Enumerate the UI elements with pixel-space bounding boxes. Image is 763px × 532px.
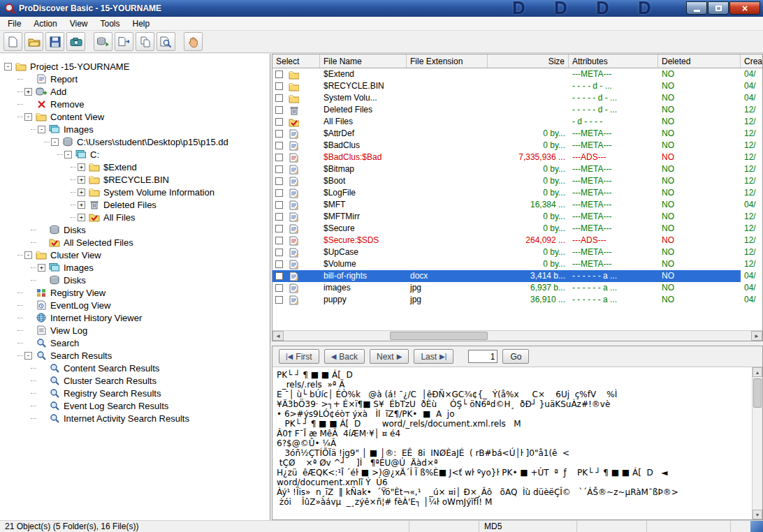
- tree-item[interactable]: EventLog View: [0, 299, 270, 311]
- table-row[interactable]: $Extend---META---NO04/: [272, 68, 762, 80]
- tree-expander[interactable]: -: [24, 251, 32, 259]
- row-checkbox[interactable]: [275, 118, 283, 126]
- tree-expander[interactable]: +: [78, 201, 85, 209]
- tree-item[interactable]: Content Search Results: [0, 362, 270, 374]
- row-checkbox[interactable]: [275, 237, 283, 244]
- column-header-select[interactable]: Select: [272, 54, 320, 68]
- go-button[interactable]: Go: [502, 349, 529, 364]
- last-button[interactable]: Last▶|: [414, 349, 453, 364]
- table-row[interactable]: $Secure0 by...---META---NO12/: [272, 223, 762, 235]
- table-row[interactable]: $BadClus0 by...---META---NO12/: [272, 140, 762, 152]
- column-header-name[interactable]: File Name: [320, 54, 407, 68]
- row-checkbox[interactable]: [275, 106, 283, 114]
- tree-item[interactable]: Remove: [0, 98, 270, 110]
- table-row[interactable]: imagesjpg6,937 b...- - - - - - a ...NO04…: [272, 282, 762, 294]
- table-row[interactable]: $LogFile0 by...---META---NO12/: [272, 187, 762, 199]
- tree-item[interactable]: +System Volume Information: [0, 186, 270, 198]
- table-row[interactable]: All Files- d - - - -NO12/: [272, 116, 762, 128]
- tree-item[interactable]: -C:: [0, 148, 270, 161]
- tree-item[interactable]: -Content View: [0, 110, 270, 123]
- tree-expander[interactable]: -: [51, 138, 59, 146]
- close-button[interactable]: ×: [729, 1, 760, 15]
- tree-expander[interactable]: -: [24, 352, 32, 360]
- page-number-input[interactable]: [468, 350, 497, 363]
- tree-item[interactable]: +Images: [0, 261, 270, 274]
- scroll-up-icon[interactable]: ▲: [753, 367, 762, 377]
- tree-item[interactable]: Internet History Viewer: [0, 311, 270, 324]
- tree-expander[interactable]: +: [78, 163, 85, 171]
- capture-image-button[interactable]: [66, 32, 85, 51]
- row-checkbox[interactable]: [275, 177, 283, 185]
- maximize-button[interactable]: [708, 1, 729, 15]
- row-checkbox[interactable]: [275, 71, 283, 78]
- tree-expander[interactable]: +: [38, 264, 45, 272]
- row-checkbox[interactable]: [275, 189, 283, 197]
- row-checkbox[interactable]: [275, 284, 283, 292]
- tree-item[interactable]: -Images: [0, 123, 270, 135]
- tree-expander[interactable]: -: [24, 113, 32, 121]
- row-checkbox[interactable]: [275, 165, 283, 173]
- scroll-right-icon[interactable]: ►: [751, 331, 762, 341]
- table-row[interactable]: $Bitmap0 by...---META---NO12/: [272, 163, 762, 175]
- search-button[interactable]: [157, 32, 175, 51]
- row-checkbox[interactable]: [275, 249, 283, 256]
- stop-button[interactable]: [184, 32, 203, 51]
- tree-item[interactable]: Cluster Search Results: [0, 374, 270, 387]
- row-checkbox[interactable]: [275, 272, 283, 280]
- tree-item[interactable]: -Cluster View: [0, 249, 270, 261]
- tree-item[interactable]: Internet Activity Search Results: [0, 412, 270, 424]
- scroll-down-icon[interactable]: ▼: [753, 510, 762, 519]
- tree-expander[interactable]: +: [24, 88, 32, 96]
- column-header-attr[interactable]: Attributes: [569, 54, 658, 68]
- row-checkbox[interactable]: [275, 213, 283, 221]
- row-checkbox[interactable]: [275, 94, 283, 102]
- row-checkbox[interactable]: [275, 130, 283, 138]
- tree-expander[interactable]: -: [4, 63, 12, 71]
- table-row[interactable]: System Volu...- - - - - d - ...NO04/: [272, 92, 762, 104]
- table-row[interactable]: bill-of-rightsdocx3,414 b...- - - - - - …: [272, 270, 762, 282]
- menu-tools[interactable]: Tools: [94, 17, 126, 30]
- table-row[interactable]: $Boot0 by...---META---NO12/: [272, 175, 762, 187]
- tree-item[interactable]: +Add: [0, 85, 270, 98]
- viewer-vertical-scrollbar[interactable]: ▲ ▼: [752, 367, 762, 519]
- tree-expander[interactable]: -: [64, 151, 72, 158]
- tree-item[interactable]: +$RECYCLE.BIN: [0, 173, 270, 186]
- copy-button[interactable]: [136, 32, 154, 51]
- row-checkbox[interactable]: [275, 201, 283, 209]
- tree-item[interactable]: Registry Search Results: [0, 387, 270, 399]
- menu-view[interactable]: View: [64, 17, 94, 30]
- tree-item[interactable]: Search: [0, 337, 270, 349]
- horizontal-scrollbar[interactable]: ◄ ►: [272, 330, 762, 341]
- tree-expander[interactable]: +: [78, 189, 85, 196]
- tree-expander[interactable]: +: [78, 176, 85, 184]
- scrollbar-thumb[interactable]: [390, 332, 488, 340]
- row-checkbox[interactable]: [275, 154, 283, 161]
- tree-item[interactable]: All Selected Files: [0, 236, 270, 249]
- table-row[interactable]: $MFT16,384 ...---META---NO04/: [272, 199, 762, 211]
- menu-action[interactable]: Action: [27, 17, 63, 30]
- first-button[interactable]: |◀First: [279, 349, 319, 364]
- tree-item[interactable]: -C:\Users\student\Desktop\p15\p15.dd: [0, 135, 270, 148]
- table-row[interactable]: $AttrDef0 by...---META---NO12/: [272, 128, 762, 140]
- tree-item[interactable]: View Log: [0, 324, 270, 337]
- tree-expander[interactable]: -: [38, 126, 45, 133]
- scroll-left-icon[interactable]: ◄: [272, 331, 284, 341]
- table-row[interactable]: puppyjpg36,910 ...- - - - - - a ...NO04/: [272, 294, 762, 306]
- tree-item[interactable]: -Search Results: [0, 349, 270, 362]
- menu-file[interactable]: File: [1, 17, 27, 30]
- tree-item[interactable]: Disks: [0, 223, 270, 236]
- save-project-button[interactable]: [45, 32, 64, 51]
- table-row[interactable]: $Volume0 by...---META---NO12/: [272, 258, 762, 270]
- export-report-button[interactable]: [115, 32, 133, 51]
- row-checkbox[interactable]: [275, 142, 283, 149]
- new-project-button[interactable]: [3, 32, 22, 51]
- tree-item[interactable]: -Project -15-YOURNAME: [0, 60, 270, 73]
- next-button[interactable]: Next▶: [370, 349, 409, 364]
- column-header-size[interactable]: Size: [488, 54, 569, 68]
- row-checkbox[interactable]: [275, 296, 283, 304]
- resize-grip[interactable]: [750, 521, 763, 532]
- viewer-scrollbar-thumb[interactable]: [753, 378, 762, 408]
- column-header-created[interactable]: Crea: [741, 54, 763, 68]
- table-row[interactable]: $MFTMirr0 by...---META---NO12/: [272, 211, 762, 223]
- table-row[interactable]: $Secure:$SDS264,092 ...---ADS---NO12/: [272, 235, 762, 246]
